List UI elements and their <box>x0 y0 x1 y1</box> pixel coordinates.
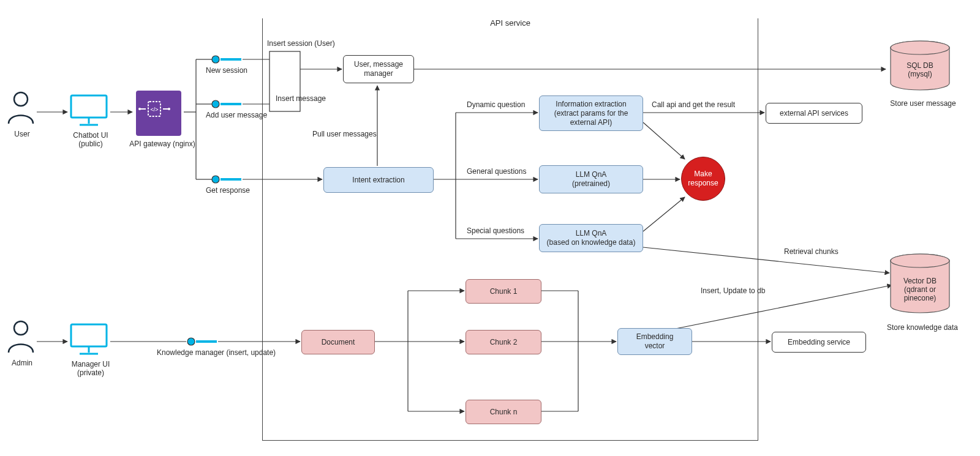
node-llm-knowledge: LLM QnA (based on knowledge data) <box>539 224 643 252</box>
endpoint-knowledge-manager: Knowledge manager (insert, update) <box>157 348 276 357</box>
edge-special-questions: Special questions <box>467 226 524 235</box>
chatbot-ui-caption: Chatbot UI (public) <box>54 131 127 148</box>
svg-point-60 <box>168 108 170 110</box>
edge-insert-session: Insert session (User) <box>267 39 335 48</box>
edge-retrieval-chunks: Retrieval chunks <box>784 247 839 256</box>
api-gateway-icon: </> <box>136 91 181 136</box>
node-embedding-service: Embedding service <box>772 332 866 353</box>
db-sql-caption: Store user message <box>883 99 963 108</box>
node-user-message-manager: User, message manager <box>343 55 414 83</box>
edge-call-api: Call api and get the result <box>652 100 735 109</box>
db-vector-caption: Store knowledge data <box>880 323 965 332</box>
svg-text:</>: </> <box>150 107 158 113</box>
node-info-extraction: Information extraction (extract params f… <box>539 95 643 131</box>
edge-general-questions: General questions <box>467 167 526 176</box>
endpoint-add-user-message: Add user message <box>206 111 267 119</box>
svg-point-10 <box>212 100 219 108</box>
svg-point-62 <box>891 41 949 54</box>
node-intent-extraction: Intent extraction <box>323 167 434 193</box>
node-llm-pretrained: LLM QnA (pretrained) <box>539 165 643 193</box>
endpoint-get-response: Get response <box>206 186 250 195</box>
svg-rect-52 <box>71 324 107 346</box>
node-chunk-1: Chunk 1 <box>466 279 541 304</box>
svg-point-64 <box>891 254 949 267</box>
edge-insert-update-db: Insert, Update to db <box>701 286 765 295</box>
diagram-canvas: API service <box>0 0 980 456</box>
svg-point-59 <box>138 108 141 110</box>
manager-ui-caption: Manager UI (private) <box>54 360 127 377</box>
user-caption: User <box>0 130 59 138</box>
svg-rect-49 <box>71 95 107 118</box>
svg-point-12 <box>212 176 219 183</box>
svg-point-8 <box>212 56 219 63</box>
node-chunk-2: Chunk 2 <box>466 330 541 354</box>
edge-dynamic-question: Dynamic question <box>467 100 525 109</box>
node-embedding-vector: Embedding vector <box>617 328 692 355</box>
svg-line-28 <box>643 122 685 159</box>
node-chunk-n: Chunk n <box>466 400 541 424</box>
node-external-api: external API services <box>766 103 862 124</box>
api-gateway-caption: API gateway (nginx) <box>123 140 202 148</box>
svg-point-47 <box>14 92 28 106</box>
svg-point-48 <box>14 321 28 335</box>
db-vector-label: Vector DB (qdrant or pinecone) <box>887 277 953 302</box>
node-document: Document <box>301 330 375 354</box>
svg-line-32 <box>643 247 889 273</box>
endpoint-new-session: New session <box>206 66 247 75</box>
svg-line-30 <box>643 197 685 231</box>
edge-pull-user-messages: Pull user messages <box>312 130 377 138</box>
svg-point-14 <box>187 338 195 345</box>
db-sql-label: SQL DB (mysql) <box>887 61 953 78</box>
admin-caption: Admin <box>0 359 59 367</box>
node-make-response: Make response <box>681 157 725 201</box>
edge-insert-message: Insert message <box>276 94 326 103</box>
